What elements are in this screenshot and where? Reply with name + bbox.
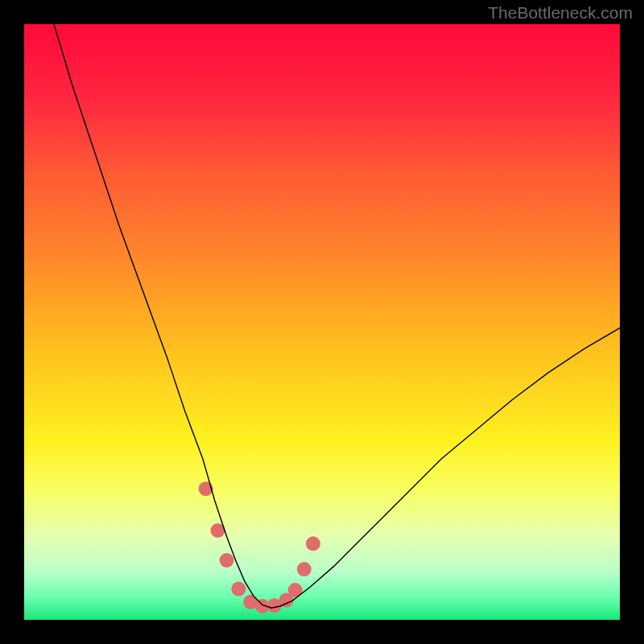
plot-area [24,24,620,620]
highlight-marker [306,536,320,551]
gradient-background [24,24,620,620]
watermark-text: TheBottleneck.com [488,3,633,23]
highlight-marker [220,553,234,568]
highlight-marker [297,562,312,576]
highlight-marker [231,582,246,597]
chart-svg [24,24,620,620]
